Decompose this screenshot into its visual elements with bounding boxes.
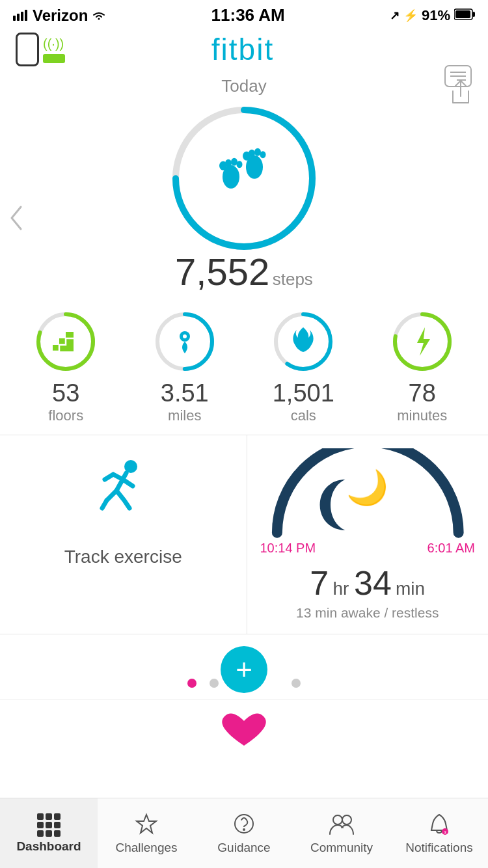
battery-icon <box>454 7 475 24</box>
nav-community[interactable]: Community <box>293 798 390 868</box>
today-label: Today <box>0 76 488 96</box>
metrics-row: 53 floors 3.51 miles <box>0 293 488 435</box>
nav-notifications[interactable]: 3 Notifications <box>390 798 488 868</box>
svg-point-42 <box>342 815 351 824</box>
status-time: 11:36 AM <box>211 5 285 25</box>
status-left: Verizon <box>13 7 106 25</box>
svg-rect-5 <box>472 12 475 17</box>
indicator-dot-3 <box>291 679 301 688</box>
add-button[interactable]: + <box>221 646 267 693</box>
steps-ring[interactable] <box>166 100 322 256</box>
nav-community-label: Community <box>310 841 373 855</box>
heart-preview <box>0 700 488 746</box>
app-title: fitbit <box>65 32 420 67</box>
add-section: + <box>0 634 488 700</box>
sleep-times: 10:14 PM 6:01 AM <box>258 541 478 556</box>
wireless-icon: ((·)) <box>43 36 65 51</box>
metric-minutes[interactable]: 78 minutes <box>363 309 482 424</box>
svg-rect-0 <box>13 16 16 21</box>
metric-cals[interactable]: 1,501 cals <box>244 309 363 424</box>
cals-unit: cals <box>244 407 363 424</box>
svg-rect-2 <box>21 12 23 21</box>
svg-rect-1 <box>17 14 20 21</box>
svg-marker-38 <box>137 815 156 833</box>
exercise-label: Track exercise <box>13 547 234 567</box>
bottom-nav: Dashboard Challenges Guidance <box>0 798 488 868</box>
metric-floors[interactable]: 53 floors <box>7 309 126 424</box>
guidance-icon <box>232 812 256 838</box>
nav-notifications-label: Notifications <box>405 841 473 855</box>
exercise-icon <box>13 455 234 534</box>
challenges-icon <box>135 812 158 838</box>
device-info: ((·)) <box>16 33 65 66</box>
prev-arrow[interactable] <box>7 202 26 237</box>
minutes-unit: minutes <box>363 407 482 424</box>
indicator-dot-1 <box>187 679 197 688</box>
svg-text:3: 3 <box>444 830 446 835</box>
nav-guidance-label: Guidance <box>217 841 270 855</box>
sleep-duration: 7 hr 34 min <box>258 563 478 603</box>
today-section: Today 7,552 ste <box>0 70 488 293</box>
cals-value: 1,501 <box>244 379 363 407</box>
location-icon: ↗ <box>390 8 400 23</box>
svg-point-15 <box>225 159 232 167</box>
nav-guidance[interactable]: Guidance <box>195 798 293 868</box>
nav-challenges[interactable]: Challenges <box>98 798 195 868</box>
share-button[interactable] <box>449 78 472 109</box>
battery-percent: 91% <box>422 7 450 24</box>
carrier-label: Verizon <box>33 7 88 25</box>
status-right: ↗ ⚡ 91% <box>390 7 475 24</box>
sleep-sub-label: 13 min awake / restless <box>258 605 478 621</box>
fitbit-device-icon <box>16 33 39 66</box>
bluetooth-icon: ⚡ <box>403 8 418 23</box>
signal-icon <box>13 7 29 25</box>
svg-point-30 <box>183 334 187 338</box>
steps-count: 7,552 <box>175 251 269 293</box>
exercise-card[interactable]: Track exercise <box>0 435 247 634</box>
sleep-hours: 7 <box>310 564 329 602</box>
miles-unit: miles <box>126 407 245 424</box>
cards-row: Track exercise 🌙 10:14 PM 6:01 AM 7 hr 3… <box>0 435 488 634</box>
sleep-card[interactable]: 🌙 10:14 PM 6:01 AM 7 hr 34 min 13 min aw… <box>247 435 489 634</box>
svg-point-40 <box>243 828 245 831</box>
sleep-minutes: 34 <box>354 564 392 602</box>
floors-value: 53 <box>7 379 126 407</box>
status-bar: Verizon 11:36 AM ↗ ⚡ 91% <box>0 0 488 28</box>
svg-point-41 <box>333 815 342 824</box>
wifi-icon <box>92 7 106 25</box>
sleep-end-time: 6:01 AM <box>427 541 475 556</box>
nav-dashboard[interactable]: Dashboard <box>0 798 98 868</box>
dashboard-icon <box>37 813 61 837</box>
nav-challenges-label: Challenges <box>115 841 177 855</box>
sleep-start-time: 10:14 PM <box>260 541 316 556</box>
svg-point-17 <box>237 161 243 168</box>
svg-point-16 <box>231 158 237 166</box>
svg-point-20 <box>249 150 255 157</box>
notifications-icon: 3 <box>427 812 451 838</box>
moon-icon: 🌙 <box>346 468 388 508</box>
indicator-dot-2 <box>210 679 219 688</box>
metric-miles[interactable]: 3.51 miles <box>126 309 245 424</box>
minutes-value: 78 <box>363 379 482 407</box>
svg-rect-3 <box>25 10 27 21</box>
steps-label: steps <box>273 269 313 289</box>
battery-status-icon <box>43 54 65 63</box>
community-icon <box>329 812 355 838</box>
app-header: ((·)) fitbit <box>0 28 488 70</box>
miles-value: 3.51 <box>126 379 245 407</box>
nav-dashboard-label: Dashboard <box>16 839 81 854</box>
svg-point-22 <box>260 151 266 158</box>
steps-icon <box>218 148 270 204</box>
svg-rect-6 <box>455 10 470 18</box>
svg-point-21 <box>254 148 261 156</box>
floors-unit: floors <box>7 407 126 424</box>
sleep-arc: 🌙 <box>258 448 478 539</box>
